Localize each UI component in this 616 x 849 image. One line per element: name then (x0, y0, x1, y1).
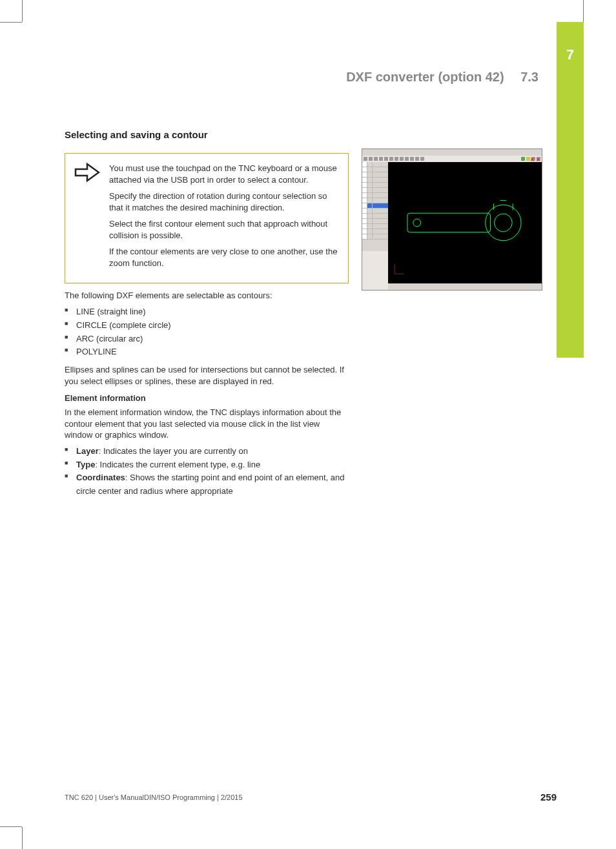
svg-point-2 (495, 214, 513, 232)
page-number: 259 (540, 792, 557, 803)
list-item: ARC (circular arc) (65, 332, 349, 346)
crop-mark (0, 22, 22, 23)
list-item: POLYLINE (65, 345, 349, 359)
running-header: DXF converter (option 42) 7.3 (346, 70, 539, 85)
screenshot-cad-view (388, 162, 542, 283)
text-layer: : Indicates the layer you are currently … (99, 446, 248, 456)
dxf-elements-list: LINE (straight line) CIRCLE (complete ci… (65, 305, 349, 359)
list-item: Coordinates: Shows the starting point an… (65, 471, 349, 498)
note-p2: Specify the direction of rotation during… (109, 190, 339, 213)
header-title: DXF converter (option 42) (346, 70, 504, 84)
screenshot-titlebar (362, 149, 542, 156)
crop-mark (22, 0, 31, 22)
label-type: Type (76, 460, 95, 469)
chapter-number: 7 (557, 22, 584, 63)
list-item: Layer: Indicates the layer you are curre… (65, 445, 349, 458)
screenshot-info-panel (362, 251, 388, 290)
text-type: : Indicates the current element type, e.… (95, 460, 260, 469)
para-following: The following DXF elements are selectabl… (65, 290, 349, 302)
note-p3: Select the first contour element such th… (109, 218, 339, 241)
svg-point-3 (413, 219, 421, 227)
crop-mark (583, 0, 584, 22)
header-section: 7.3 (520, 70, 539, 84)
para-ellipses: Ellipses and splines can be used for int… (65, 364, 349, 387)
label-coords: Coordinates (76, 473, 125, 482)
para-elem-info: In the element information window, the T… (65, 407, 349, 441)
footer-doc-title: TNC 620 | User's ManualDIN/ISO Programmi… (65, 793, 243, 801)
note-p4: If the contour elements are very close t… (109, 246, 339, 269)
screenshot-toolbar (362, 156, 542, 162)
element-info-heading: Element information (65, 393, 349, 403)
note-text: You must use the touchpad on the TNC key… (109, 163, 339, 274)
page-footer: TNC 620 | User's ManualDIN/ISO Programmi… (65, 792, 557, 803)
crop-mark (22, 827, 23, 849)
list-item: Type: Indicates the current element type… (65, 458, 349, 472)
note-arrow-icon (74, 163, 100, 274)
element-info-list: Layer: Indicates the layer you are curre… (65, 445, 349, 498)
screenshot-statusbar (388, 283, 542, 290)
svg-rect-0 (407, 213, 491, 232)
list-item: CIRCLE (complete circle) (65, 319, 349, 332)
list-item: LINE (straight line) (65, 305, 349, 319)
section-heading: Selecting and saving a contour (65, 129, 349, 140)
label-layer: Layer (76, 446, 99, 456)
figure-column: ✕ ✕ (362, 129, 555, 291)
crop-mark (0, 826, 22, 827)
dxf-converter-screenshot: ✕ ✕ (362, 148, 542, 291)
note-p1: You must use the touchpad on the TNC key… (109, 163, 339, 185)
main-text-column: Selecting and saving a contour You must … (65, 129, 349, 504)
chapter-tab: 7 (557, 22, 584, 358)
note-box: You must use the touchpad on the TNC key… (65, 153, 349, 283)
